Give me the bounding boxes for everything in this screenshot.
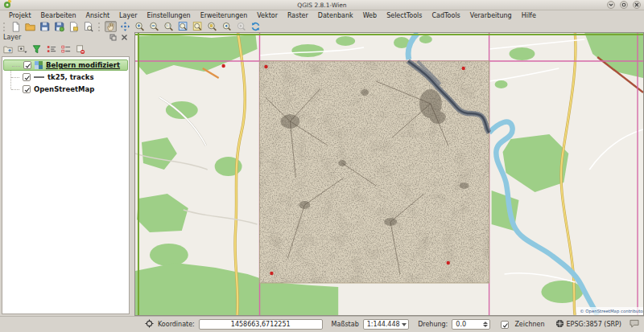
layers-panel: Layer Belgern modifiziert (0, 32, 131, 316)
qgis-window: QGIS 2.8.1-Wien Projekt Bearbeiten Ansic… (0, 0, 644, 332)
menu-cadtools[interactable]: CadTools (427, 11, 465, 20)
filter-legend-icon[interactable] (31, 43, 43, 55)
zoom-native-icon[interactable]: 1:1 (163, 21, 175, 32)
close-button[interactable] (633, 1, 641, 9)
pan-to-selection-icon[interactable] (119, 21, 131, 32)
spin-down-icon[interactable] (483, 325, 488, 327)
scale-combobox[interactable]: 1:144.448 (363, 319, 409, 330)
zoom-in-icon[interactable] (134, 21, 146, 32)
composer-manager-icon[interactable] (82, 21, 94, 32)
main-toolbar: 1:1 (0, 21, 644, 32)
crs-text: EPSG:3857 (SRP) (567, 321, 621, 328)
layers-panel-toolbar (0, 43, 131, 55)
zoom-out-icon[interactable] (148, 21, 160, 32)
remove-layer-icon[interactable] (75, 43, 86, 55)
menu-ansicht[interactable]: Ansicht (81, 11, 115, 20)
menu-bar: Projekt Bearbeiten Ansicht Layer Einstel… (0, 10, 644, 21)
panel-float-icon[interactable] (109, 34, 117, 41)
manage-layer-visibility-icon[interactable] (17, 43, 28, 55)
toolbar-handle[interactable] (98, 23, 101, 31)
render-checkbox[interactable] (501, 321, 509, 329)
menu-raster[interactable]: Raster (283, 11, 313, 20)
log-messages-icon[interactable] (630, 319, 639, 330)
zoom-full-extent-icon[interactable] (177, 21, 189, 32)
add-group-icon[interactable] (2, 43, 14, 55)
expand-all-icon[interactable] (46, 43, 57, 55)
layer-label: Belgern modifiziert (46, 61, 120, 69)
zoom-to-layer-icon[interactable] (192, 21, 204, 32)
layer-item-tk25[interactable]: tk25, tracks (3, 72, 128, 83)
tree-guide (11, 77, 19, 78)
layer-visibility-checkbox[interactable] (23, 61, 31, 69)
rotation-value: 0.0 (456, 321, 483, 328)
layer-visibility-checkbox[interactable] (23, 73, 31, 81)
panel-close-icon[interactable] (121, 34, 128, 41)
title-bar: QGIS 2.8.1-Wien (0, 0, 644, 10)
collapse-all-icon[interactable] (60, 43, 72, 55)
menu-projekt[interactable]: Projekt (4, 11, 36, 20)
rotation-label: Drehung: (418, 321, 448, 328)
checkmark-icon (26, 63, 31, 68)
historic-map-overlay (260, 61, 489, 283)
zoom-last-icon[interactable] (221, 21, 233, 32)
menu-bearbeiten[interactable]: Bearbeiten (36, 11, 81, 20)
menu-hilfe[interactable]: Hilfe (517, 11, 541, 20)
svg-text:1:1: 1:1 (166, 24, 171, 27)
crs-status-icon[interactable] (555, 319, 564, 330)
layers-panel-titlebar: Layer (0, 32, 131, 43)
pan-map-icon[interactable] (105, 21, 117, 32)
render-label: Zeichnen (514, 321, 544, 328)
layer-label: OpenStreetMap (34, 85, 94, 93)
minimize-button[interactable] (607, 1, 615, 9)
rotation-spinbox[interactable]: 0.0 (452, 319, 490, 330)
status-bar: Koordinate: Maßstab 1:144.448 Drehung: 0… (0, 316, 644, 332)
line-layer-icon (34, 76, 44, 78)
menu-datenbank[interactable]: Datenbank (313, 11, 358, 20)
checkmark-icon (25, 75, 30, 80)
maximize-button[interactable] (620, 1, 628, 9)
menu-selecttools[interactable]: SelectTools (382, 11, 427, 20)
new-print-composer-icon[interactable] (68, 21, 80, 32)
open-project-icon[interactable] (24, 21, 36, 32)
toolbar-handle[interactable] (3, 23, 6, 31)
menu-vektor[interactable]: Vektor (252, 11, 283, 20)
layer-item-belgern[interactable]: Belgern modifiziert (3, 59, 128, 71)
tree-guide (11, 89, 19, 90)
mouse-position-icon[interactable] (145, 319, 154, 330)
scale-value: 1:144.448 (367, 321, 402, 328)
zoom-to-selection-icon[interactable] (206, 21, 218, 32)
window-title: QGIS 2.8.1-Wien (0, 2, 644, 9)
scale-label: Maßstab (332, 321, 359, 328)
refresh-icon[interactable] (250, 21, 262, 32)
osm-attribution[interactable]: © OpenStreetMap contributors (576, 307, 643, 315)
checkmark-icon (25, 87, 30, 92)
raster-layer-icon (35, 61, 43, 69)
menu-erweiterungen[interactable]: Erweiterungen (196, 11, 253, 20)
coordinate-input[interactable] (199, 319, 323, 330)
menu-einstellungen[interactable]: Einstellungen (142, 11, 195, 20)
zoom-next-icon[interactable] (235, 21, 247, 32)
layer-tree: Belgern modifiziert tk25, tracks OpenStr… (2, 56, 130, 314)
menu-web[interactable]: Web (358, 11, 382, 20)
svg-text:© OpenStreetMap contributors: © OpenStreetMap contributors (580, 309, 643, 314)
save-project-icon[interactable] (39, 21, 51, 32)
new-project-icon[interactable] (10, 21, 22, 32)
layer-item-openstreetmap[interactable]: OpenStreetMap (3, 84, 128, 95)
layer-label: tk25, tracks (47, 73, 93, 81)
chevron-down-icon (402, 323, 407, 326)
layers-panel-title: Layer (3, 34, 109, 41)
menu-layer[interactable]: Layer (114, 11, 142, 20)
tree-guide (12, 66, 20, 67)
layer-visibility-checkbox[interactable] (23, 85, 31, 93)
save-project-as-icon[interactable] (53, 21, 65, 32)
spin-up-icon[interactable] (483, 322, 488, 324)
map-canvas[interactable]: © OpenStreetMap contributors (134, 32, 644, 316)
qgis-logo-icon (3, 0, 12, 10)
checkmark-icon (503, 322, 508, 327)
menu-verarbeitung[interactable]: Verarbeitung (465, 11, 517, 20)
coordinate-label: Koordinate: (158, 321, 195, 328)
